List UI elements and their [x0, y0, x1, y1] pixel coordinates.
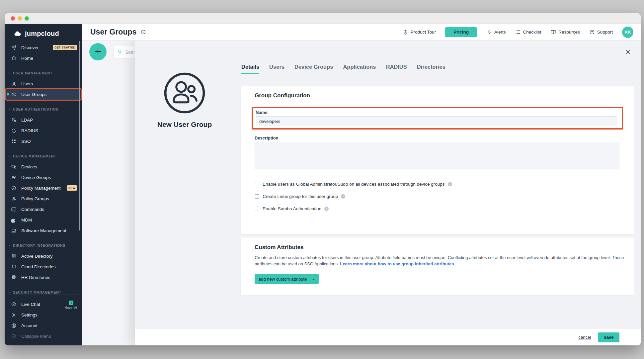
target-icon [11, 185, 17, 191]
sidebar-item-sso[interactable]: SSO [6, 136, 81, 146]
sidebar-item-hr-directories[interactable]: HR Directories [6, 272, 81, 283]
save-button[interactable]: save [598, 332, 619, 342]
sidebar-item-label: RADIUS [21, 128, 38, 133]
add-custom-attribute-button[interactable]: add new custom attribute [255, 274, 319, 284]
sidebar-item-users[interactable]: Users [6, 78, 81, 89]
checkbox[interactable] [255, 194, 259, 199]
learn-more-link[interactable]: Learn more about how to use group inheri… [340, 261, 455, 266]
support-button[interactable]: Support [589, 29, 613, 35]
sidebar-item-mdm[interactable]: MDM [6, 215, 81, 225]
info-icon[interactable]: i [341, 194, 345, 199]
chevron-down-icon [8, 291, 11, 294]
content-area: New User Group DetailsUsersDevice Groups… [82, 41, 641, 345]
sidebar-item-label: Settings [21, 313, 38, 317]
sidebar-section-user-authentication[interactable]: USER AUTHENTICATION [5, 104, 82, 115]
sidebar-item-cloud-directories[interactable]: Cloud Directories [6, 261, 81, 272]
info-icon[interactable]: i [448, 182, 452, 186]
product-tour-icon [403, 29, 408, 35]
info-icon[interactable] [140, 29, 146, 35]
pricing-button[interactable]: Pricing [445, 27, 477, 37]
plus-icon [94, 47, 102, 56]
chevron-down-icon [8, 108, 11, 111]
sidebar-item-collapse-menu[interactable]: Collapse Menu [6, 331, 81, 341]
sidebar-item-device-groups[interactable]: Device Groups [6, 172, 81, 183]
active-indicator-dot [7, 93, 9, 96]
alerts-button[interactable]: Alerts [486, 29, 506, 35]
tab-directories[interactable]: Directories [417, 64, 445, 74]
trial-badge: 1days left [65, 301, 77, 309]
sidebar-item-live-chat[interactable]: Live Chat1days left [6, 299, 81, 310]
close-panel-button[interactable] [624, 48, 632, 56]
sidebar-item-software-management[interactable]: Software Management [6, 225, 81, 236]
description-label: Description [255, 135, 279, 140]
cancel-button[interactable]: cancel [578, 335, 591, 340]
sidebar-item-ldap[interactable]: LDAP [6, 115, 81, 125]
button-label: add new custom attribute [259, 277, 307, 282]
terminal-icon [11, 207, 17, 212]
sidebar-item-devices[interactable]: Devices [6, 161, 81, 172]
sidebar-item-label: Home [21, 56, 33, 61]
sidebar-scrollbar[interactable] [79, 41, 80, 230]
sidebar-item-policy-management[interactable]: Policy ManagementNEW [6, 183, 81, 193]
tab-details[interactable]: Details [241, 64, 259, 74]
checklist-button[interactable]: Checklist [515, 29, 541, 35]
description-textarea[interactable] [255, 142, 619, 169]
sidebar-item-radius[interactable]: RADIUS [6, 125, 81, 136]
sidebar-item-user-groups[interactable]: User Groups [6, 89, 81, 100]
sidebar-item-label: Policy Management [21, 186, 61, 191]
sidebar-item-account[interactable]: Account [6, 320, 81, 331]
new-user-group-panel: New User Group DetailsUsersDevice Groups… [135, 41, 641, 345]
action-label: Product Tour [411, 30, 436, 35]
add-user-group-button[interactable] [89, 43, 107, 60]
search-icon [117, 49, 122, 55]
tab-applications[interactable]: Applications [343, 64, 376, 74]
group-configuration-card: Group Configuration Name Description Ena… [241, 86, 634, 234]
window-titlebar [5, 13, 641, 24]
sidebar-footer: Live Chat1days leftSettingsAccountCollap… [5, 295, 82, 341]
minimize-window-button[interactable] [18, 16, 22, 21]
section-label: USER MANAGEMENT [13, 71, 52, 75]
option-row-create-linux-group-for-this-user-group: Create Linux group for this user groupi [255, 193, 452, 200]
zoom-window-button[interactable] [25, 16, 29, 21]
sidebar-item-settings[interactable]: Settings [6, 310, 81, 320]
checkbox[interactable] [255, 182, 259, 186]
sidebar-item-home[interactable]: Home [6, 53, 81, 63]
search-icon [117, 49, 122, 54]
option-row-enable-users-as-global-administrator-sud: Enable users as Global Administrator/Sud… [255, 181, 452, 187]
resources-icon [550, 29, 556, 35]
sidebar-item-commands[interactable]: Commands [6, 204, 81, 215]
tab-device-groups[interactable]: Device Groups [294, 64, 333, 74]
chevron-down-icon [312, 278, 315, 281]
section-label: DEVICE MANAGEMENT [13, 154, 56, 158]
tab-radius[interactable]: RADIUS [386, 64, 407, 74]
sidebar-item-active-directory[interactable]: Active Directory [6, 251, 81, 261]
discover-icon [11, 45, 17, 50]
plus-icon [94, 47, 102, 57]
resources-button[interactable]: Resources [550, 29, 580, 35]
sidebar-item-discover[interactable]: DiscoverGET STARTED [6, 42, 81, 53]
alerts-icon [486, 29, 492, 35]
sidebar-section-device-management[interactable]: DEVICE MANAGEMENT [5, 151, 82, 161]
tab-users[interactable]: Users [269, 64, 284, 74]
logo-text: jumpcloud [25, 30, 59, 38]
chevron-down-icon [8, 244, 11, 247]
option-row-enable-samba-authentication: Enable Samba Authenticationi [255, 205, 452, 212]
section-label: USER AUTHENTICATION [13, 107, 59, 111]
sidebar-item-label: Collapse Menu [21, 334, 51, 339]
custom-attributes-card: Custom Attributes Create and store custo… [241, 237, 634, 295]
sidebar-item-label: Software Management [21, 228, 66, 233]
target-group-icon [11, 196, 17, 202]
product-tour-button[interactable]: Product Tour [403, 29, 436, 35]
info-icon [140, 29, 146, 35]
user-avatar[interactable]: KK [622, 27, 633, 38]
sidebar-section-user-management[interactable]: USER MANAGEMENT [5, 68, 82, 78]
devices-icon [11, 164, 17, 170]
sidebar-item-policy-groups[interactable]: Policy Groups [6, 193, 81, 204]
info-icon[interactable]: i [324, 207, 329, 211]
checkbox[interactable] [255, 207, 259, 211]
options-checkbox-list: Enable users as Global Administrator/Sud… [255, 181, 452, 218]
name-input[interactable] [256, 116, 616, 126]
sidebar-section-directory-integrations[interactable]: DIRECTORY INTEGRATIONS [5, 240, 82, 251]
close-window-button[interactable] [11, 16, 15, 21]
chevron-down-icon [8, 71, 11, 75]
